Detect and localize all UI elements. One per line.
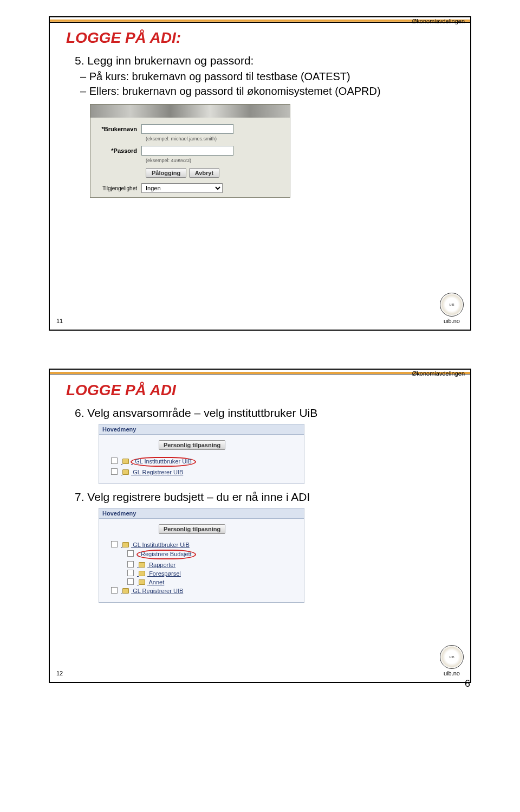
username-hint: (eksempel: michael.james.smith) <box>146 136 285 141</box>
uib-logo: UiB uib.no <box>440 293 464 324</box>
tree-item-instituttbruker[interactable]: GL Instituttbruker UiB <box>105 457 298 467</box>
circled-highlight: Registrere Budsjett <box>136 550 196 559</box>
password-hint: (eksempel: 4u99v23) <box>146 158 285 163</box>
password-label: *Passord <box>95 147 141 154</box>
menu-panel-1: Hovedmeny Personlig tilpasning GL Instit… <box>99 424 304 484</box>
decorative-photo-strip <box>90 105 290 118</box>
username-label: *Brukernavn <box>95 126 141 132</box>
tree-item-rapporter[interactable]: Rapporter <box>121 561 298 568</box>
uib-seal-icon: UiB <box>440 293 464 317</box>
department-label: Økonomiavdelingen <box>412 17 465 25</box>
decorative-stripe-thin <box>50 375 470 375</box>
tree-item-foresporsel[interactable]: Forespørsel <box>121 570 298 577</box>
circled-highlight: GL Instituttbruker UiB <box>131 457 196 467</box>
decorative-stripe-thin <box>50 22 470 23</box>
password-input[interactable] <box>141 146 233 156</box>
slide-1: Økonomiavdelingen LOGGE PÅ ADI: 5. Legg … <box>49 16 471 331</box>
slide-title: LOGGE PÅ ADI: <box>66 29 470 47</box>
folder-icon <box>139 571 145 576</box>
step-7: 7. Velg registrere budsjett – du er nå i… <box>75 491 448 504</box>
decorative-stripe <box>50 372 470 374</box>
personalize-button[interactable]: Personlig tilpasning <box>159 524 225 534</box>
slide-number: 11 <box>56 318 63 324</box>
menu-panel-2: Hovedmeny Personlig tilpasning GL Instit… <box>99 508 304 603</box>
slide-number: 12 <box>56 670 63 676</box>
tree-item-registrere-budsjett[interactable]: Registrere Budsjett <box>121 550 298 559</box>
folder-icon <box>122 588 129 594</box>
login-button[interactable]: Pålogging <box>146 168 186 178</box>
page-number: 6 <box>465 678 470 689</box>
folder-icon <box>122 459 129 464</box>
decorative-stripe <box>50 20 470 22</box>
tree-item-registrerer[interactable]: GL Registrerer UIB <box>105 468 298 475</box>
login-panel: *Brukernavn (eksempel: michael.james.smi… <box>90 104 290 198</box>
department-label: Økonomiavdelingen <box>412 370 465 377</box>
tree-item-annet[interactable]: Annet <box>121 578 298 585</box>
folder-icon <box>122 469 129 475</box>
tree-item-instituttbruker-open[interactable]: GL Instituttbruker UiB <box>105 541 298 548</box>
bullet-main: 5. Legg inn brukernavn og passord: <box>75 54 448 67</box>
username-input[interactable] <box>141 124 233 134</box>
uib-url: uib.no <box>444 318 460 324</box>
uib-url: uib.no <box>444 670 460 676</box>
bullet-sub-2: Ellers: brukernavn og passord til økonom… <box>90 85 448 98</box>
slide-2: Økonomiavdelingen LOGGE PÅ ADI 6. Velg a… <box>49 369 471 683</box>
cancel-button[interactable]: Avbryt <box>189 168 219 178</box>
uib-seal-icon: UiB <box>440 645 464 669</box>
menu-header: Hovedmeny <box>99 508 304 519</box>
tree-item-registrerer[interactable]: GL Registrerer UIB <box>105 587 298 594</box>
uib-logo: UiB uib.no <box>440 645 464 676</box>
personalize-button[interactable]: Personlig tilpasning <box>159 440 225 450</box>
availability-label: Tilgjengelighet <box>95 185 141 191</box>
folder-icon <box>139 562 145 568</box>
bullet-sub-1: På kurs: brukernavn og passord til testb… <box>90 70 448 83</box>
menu-header: Hovedmeny <box>99 424 304 435</box>
folder-icon <box>139 579 145 585</box>
folder-icon <box>122 542 129 547</box>
slide-title: LOGGE PÅ ADI <box>66 382 470 399</box>
step-6: 6. Velg ansvarsområde – velg instituttbr… <box>75 407 448 420</box>
availability-dropdown[interactable]: Ingen <box>141 183 223 193</box>
